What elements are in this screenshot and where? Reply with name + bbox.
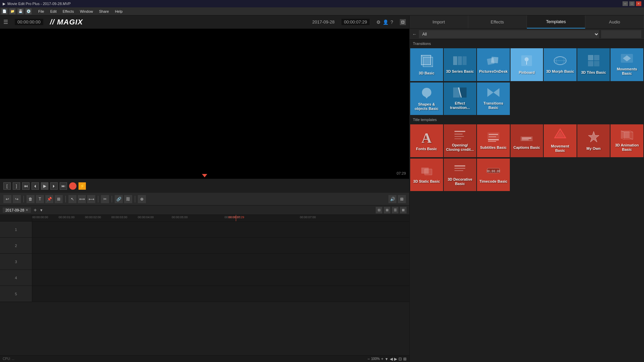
menu-effects[interactable]: Effects (60, 9, 76, 14)
tile-3d-static-basic[interactable]: 3D Static Basic (410, 159, 443, 191)
tile-3d-decorative-label: 3D Decorative Basic (446, 177, 475, 186)
save-icon[interactable]: 💾 (17, 8, 23, 14)
snap-button[interactable]: 📌 (45, 195, 53, 203)
expand-button[interactable]: ⊞ (403, 357, 407, 361)
unlink-button[interactable]: ⛓ (124, 195, 132, 203)
svg-rect-42 (624, 132, 633, 139)
help-icon[interactable]: ? (390, 19, 393, 25)
skip-prev-button[interactable]: ⏮ (22, 182, 30, 190)
tile-effect-transition[interactable]: Effect transition... (444, 82, 477, 115)
tile-captions-basic[interactable]: Captions Basic (511, 124, 543, 157)
tile-transitions-basic[interactable]: Transitions Basic (477, 82, 510, 115)
fullscreen-button[interactable]: ⊡ (400, 19, 406, 25)
tile-3d-morph-basic[interactable]: 3D Morph Basic (544, 48, 577, 81)
zoom-to-fit-icon[interactable]: ⊠ (400, 207, 407, 214)
tile-fonts-basic[interactable]: A Fonts Basic (410, 124, 443, 157)
zoom-dropdown[interactable]: ▼ (385, 357, 388, 361)
link-button[interactable]: 🔗 (115, 195, 123, 203)
text-button[interactable]: T (36, 195, 44, 203)
tile-opening-closing[interactable]: Opening/ Closing credit... (444, 124, 477, 157)
new-icon[interactable]: 📄 (1, 8, 7, 14)
tile-3d-tiles-basic[interactable]: 3D Tiles Basic (577, 48, 610, 81)
group-button[interactable]: ⊞ (55, 195, 63, 203)
timecode-out[interactable]: 00:00:07:29 (341, 19, 370, 25)
timeline-view-icon[interactable]: ⊞ (384, 207, 390, 214)
timeline-tab-close[interactable]: ✕ (25, 208, 28, 212)
menu-help[interactable]: Help (112, 9, 125, 14)
tile-movements-basic[interactable]: Movements Basic (610, 48, 643, 81)
tile-3d-basic[interactable]: 3D Basic (410, 48, 443, 81)
menu-file[interactable]: File (36, 9, 47, 14)
tile-3d-animation-basic[interactable]: 3D Animation Basic (610, 124, 643, 157)
delete-button[interactable]: 🗑 (26, 195, 35, 203)
timeline-tab[interactable]: 2017-09-28 ✕ (3, 207, 31, 213)
redo-button[interactable]: ↪ (13, 195, 21, 203)
play-button[interactable]: ▶ (41, 182, 48, 190)
tab-effects[interactable]: Effects (468, 15, 527, 28)
ripple-tool[interactable]: ⟺ (78, 195, 86, 203)
svg-text:00:00:00: 00:00:00 (487, 170, 500, 173)
search-input[interactable] (601, 30, 641, 38)
grid-icon[interactable]: ⊞ (398, 195, 406, 203)
menu-share[interactable]: Share (96, 9, 111, 14)
roll-tool[interactable]: ⟷ (87, 195, 95, 203)
svg-rect-17 (588, 55, 593, 60)
fit-to-window-button[interactable]: ⊡ (398, 357, 402, 361)
tab-audio[interactable]: Audio (585, 15, 644, 28)
undo-button[interactable]: ↩ (3, 195, 11, 203)
track-content-5[interactable] (32, 286, 409, 302)
menu-window[interactable]: Window (77, 9, 96, 14)
ruler-mark-4: 00:00:04:00 (138, 215, 154, 219)
tile-shapes-objects[interactable]: Shapes & objects Basic (410, 82, 443, 115)
track-content-2[interactable] (32, 238, 409, 253)
filter-dropdown[interactable]: All Transitions Title templates (419, 30, 599, 38)
tile-my-own[interactable]: My Own (577, 124, 610, 157)
tile-timecode-basic[interactable]: 00:00:00 Timecode Basic (477, 159, 510, 191)
timecode-in[interactable]: 00:00:00:00 (15, 19, 43, 25)
mark-in-button[interactable]: [ (3, 182, 11, 190)
settings-icon[interactable]: ⚙ (376, 19, 381, 25)
profile-icon[interactable]: 👤 (383, 19, 388, 25)
track-content-1[interactable] (32, 222, 409, 237)
razor-tool[interactable]: ✂ (101, 195, 109, 203)
scroll-left-button[interactable]: ◀ (390, 357, 393, 361)
open-icon[interactable]: 📁 (9, 8, 15, 14)
menu-edit[interactable]: Edit (48, 9, 59, 14)
track-dropdown[interactable]: ▼ (40, 208, 43, 212)
title-bar: ▶ Movie Edit Pro Plus - 2017-09-28.MVP ─… (0, 0, 644, 7)
tile-movement-basic[interactable]: Movement Basic (544, 124, 577, 157)
tile-subtitles-basic[interactable]: Subtitles Basic (477, 124, 510, 157)
tile-3d-decorative-basic[interactable]: 3D Decorative Basic (444, 159, 477, 191)
tab-templates[interactable]: Templates (527, 15, 586, 28)
arrow-tool[interactable]: ↖ (68, 195, 76, 203)
close-button[interactable]: ✕ (636, 1, 641, 6)
svg-line-45 (621, 138, 624, 139)
mark-out-button[interactable]: ] (13, 182, 20, 190)
volume-icon[interactable]: 🔊 (388, 195, 396, 203)
track-content-4[interactable] (32, 270, 409, 286)
minimize-button[interactable]: ─ (623, 1, 628, 6)
next-frame-button[interactable]: ⏵ (50, 182, 58, 190)
multi-track-icon[interactable]: ☰ (392, 207, 398, 214)
skip-next-button[interactable]: ⏭ (60, 182, 67, 190)
hamburger-icon[interactable]: ☰ (3, 19, 8, 25)
prev-frame-button[interactable]: ⏴ (32, 182, 39, 190)
burn-icon[interactable]: 💿 (25, 8, 32, 14)
maximize-button[interactable]: □ (629, 1, 635, 6)
record-button[interactable] (69, 182, 76, 190)
storyboard-view-icon[interactable]: ⊟ (376, 207, 382, 214)
track-content-3[interactable] (32, 254, 409, 269)
tile-pinboard[interactable]: Pinboard (511, 48, 543, 81)
table-row: 4 (0, 270, 409, 286)
insert-button[interactable]: ⊕ (138, 195, 146, 203)
scroll-right-button[interactable]: ▶ (394, 357, 397, 361)
tab-import[interactable]: Import (410, 15, 468, 28)
tile-pictures-on-desk[interactable]: PicturesOnDesk (477, 48, 510, 81)
tile-3d-series-basic[interactable]: 3D Series Basic (444, 48, 477, 81)
zoom-in-button[interactable]: + (381, 357, 383, 361)
title-templates-row-2: 3D Static Basic 3D Decorative Basic (410, 158, 644, 192)
back-button[interactable]: ← (412, 32, 417, 37)
zoom-out-button[interactable]: − (368, 357, 370, 361)
render-button[interactable]: ⚡ (78, 182, 86, 190)
add-track-button[interactable]: + (34, 207, 37, 213)
